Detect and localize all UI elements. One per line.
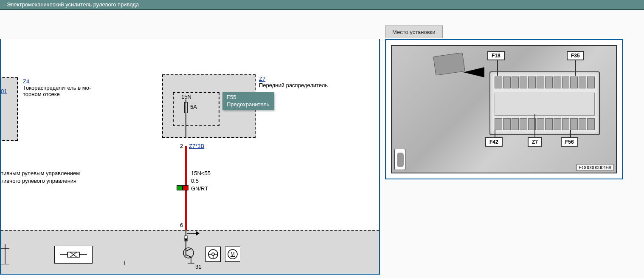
fuse-rating: 5A (190, 104, 197, 110)
fuse-row-bottom (495, 118, 595, 130)
car-orientation-icon (394, 149, 405, 170)
tab-location[interactable]: Место установки (385, 26, 443, 38)
tab-label: Место установки (392, 29, 436, 35)
fuse-middle (495, 93, 595, 116)
z4-desc: Токораспределитель в мо- торном отсеке (23, 85, 91, 97)
fuse-inline-icon (60, 250, 87, 260)
pin-2-label: 2 (180, 143, 183, 149)
callout-line-z7 (534, 114, 535, 138)
callout-f42[interactable]: F42 (485, 137, 503, 147)
component-z4-box (0, 77, 18, 141)
image-id-label: EO0000000168 (577, 164, 613, 171)
fuse-wire (186, 99, 186, 138)
location-photo[interactable]: F18 F35 F42 Z7 F56 EO0000000168 (391, 45, 617, 173)
page-header: - Электромеханический усилитель рулевого… (0, 0, 644, 10)
location-photo-box: F18 F35 F42 Z7 F56 EO0000000168 (385, 39, 623, 179)
callout-line-f56 (570, 130, 571, 138)
page-title: - Электромеханический усилитель рулевого… (3, 1, 139, 8)
small-fusebox (433, 52, 465, 75)
component-z4-label[interactable]: Z4 Токораспределитель в мо- торном отсек… (23, 78, 91, 97)
wire-color-swatch (177, 185, 188, 190)
callout-f18[interactable]: F18 (487, 51, 505, 60)
location-pane: Место установки F18 F35 (383, 10, 644, 278)
symbol-box-1 (54, 246, 93, 264)
symbol-left-fragment (1, 244, 18, 264)
transistor-symbol (183, 233, 200, 266)
z4-link[interactable]: Z4 (23, 78, 91, 85)
wire-gauge-label: 0.5 (191, 178, 199, 184)
box-1-label: 1 (123, 260, 126, 267)
steering-wheel-icon (208, 249, 219, 260)
component-z7-label[interactable]: Z7 Передний распределитель (259, 76, 328, 88)
wire-color-label: GN/RT (191, 185, 208, 192)
svg-marker-28 (463, 67, 484, 77)
fuse-row-top (495, 77, 595, 88)
content-area: Z4 Токораспределитель в мо- торном отсек… (0, 10, 644, 278)
pin-6-label: 6 (180, 222, 183, 228)
callout-line-f18 (497, 60, 498, 76)
pointer-wedge (463, 67, 493, 80)
text-fragment-1: тивным рулевым управлением (1, 170, 80, 176)
schematic-pane[interactable]: Z4 Токораспределитель в мо- торном отсек… (0, 39, 380, 275)
swatch-green (177, 185, 183, 190)
motor-symbol: M (225, 247, 240, 262)
callout-z7[interactable]: Z7 (528, 137, 542, 147)
swatch-red (183, 185, 188, 190)
arrow-icon (187, 230, 200, 236)
wire-signal-label: 15N<55 (191, 170, 211, 176)
svg-point-23 (212, 253, 214, 255)
callout-line-f42 (495, 130, 495, 138)
callout-line-f35 (575, 60, 576, 76)
z7-link[interactable]: Z7 (259, 76, 328, 82)
svg-marker-21 (196, 231, 200, 235)
steering-wheel-symbol (205, 247, 221, 262)
motor-m-label: M (231, 251, 235, 257)
svg-point-13 (183, 248, 194, 258)
text-fragment-2: тивного рулевого управления (1, 178, 76, 184)
svg-line-15 (186, 249, 191, 251)
main-fusebox (489, 71, 600, 135)
fuse-tooltip: F55 Предохранитель (222, 92, 274, 110)
callout-f35[interactable]: F35 (567, 51, 584, 60)
ground-31-label: 31 (195, 264, 201, 270)
connector-z7-3b[interactable]: Z7*3B (189, 143, 204, 149)
link-01[interactable]: 01 (1, 88, 7, 94)
z7-desc: Передний распределитель (259, 82, 328, 88)
callout-f56[interactable]: F56 (561, 137, 578, 147)
fuse-terminal-label: 15N (181, 94, 191, 100)
